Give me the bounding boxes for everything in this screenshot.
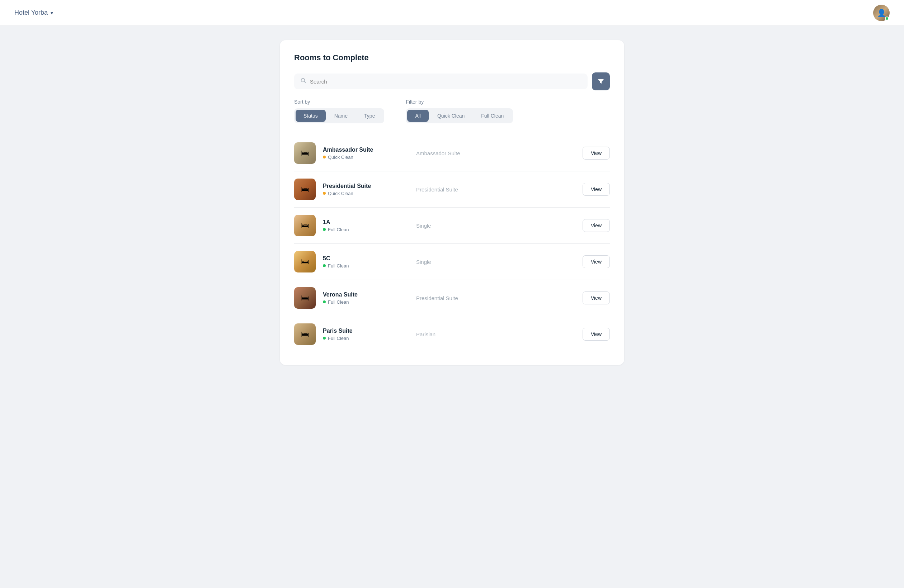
room-row: Presidential Suite Quick Clean President… <box>294 171 610 208</box>
room-info: Verona Suite Full Clean <box>323 292 402 305</box>
sort-type-pill[interactable]: Type <box>356 110 383 122</box>
room-type: Presidential Suite <box>409 186 575 192</box>
search-input[interactable] <box>310 79 581 85</box>
room-thumbnail <box>294 323 316 345</box>
room-thumbnail <box>294 287 316 309</box>
room-status: Full Clean <box>323 300 402 305</box>
room-info: 1A Full Clean <box>323 219 402 232</box>
status-dot <box>323 156 326 158</box>
room-name: Ambassador Suite <box>323 147 402 153</box>
status-text: Quick Clean <box>328 191 353 196</box>
room-row: Paris Suite Full Clean Parisian View <box>294 316 610 352</box>
view-button[interactable]: View <box>583 219 610 232</box>
room-status: Quick Clean <box>323 191 402 196</box>
filter-icon <box>597 78 604 85</box>
room-row: 5C Full Clean Single View <box>294 244 610 280</box>
room-status: Full Clean <box>323 336 402 341</box>
filter-quick-clean-pill[interactable]: Quick Clean <box>429 110 473 122</box>
status-text: Full Clean <box>328 263 349 268</box>
room-row: Ambassador Suite Quick Clean Ambassador … <box>294 135 610 171</box>
room-name: Verona Suite <box>323 292 402 298</box>
room-thumbnail <box>294 178 316 200</box>
sort-group: Sort by Status Name Type <box>294 99 384 123</box>
view-button[interactable]: View <box>583 292 610 304</box>
status-text: Full Clean <box>328 336 349 341</box>
room-status: Full Clean <box>323 227 402 232</box>
room-name: 1A <box>323 219 402 225</box>
room-info: Paris Suite Full Clean <box>323 328 402 341</box>
room-type: Ambassador Suite <box>409 150 575 156</box>
svg-line-1 <box>305 82 306 83</box>
controls-row: Sort by Status Name Type Filter by All Q… <box>294 99 610 123</box>
room-status: Full Clean <box>323 263 402 268</box>
room-type: Parisian <box>409 331 575 337</box>
search-bar[interactable] <box>294 74 588 89</box>
view-button[interactable]: View <box>583 183 610 196</box>
filter-full-clean-pill[interactable]: Full Clean <box>473 110 512 122</box>
room-name: 5C <box>323 255 402 262</box>
room-name: Paris Suite <box>323 328 402 334</box>
filter-button[interactable] <box>592 73 610 90</box>
view-button[interactable]: View <box>583 255 610 268</box>
online-status-dot <box>885 16 889 20</box>
search-icon <box>300 78 307 85</box>
hotel-selector[interactable]: Hotel Yorba ▾ <box>14 9 53 16</box>
status-dot <box>323 301 326 303</box>
room-thumbnail <box>294 215 316 236</box>
filter-group: Filter by All Quick Clean Full Clean <box>406 99 513 123</box>
sort-label: Sort by <box>294 99 384 105</box>
view-button[interactable]: View <box>583 147 610 159</box>
status-dot <box>323 192 326 195</box>
status-dot <box>323 264 326 267</box>
room-info: 5C Full Clean <box>323 255 402 268</box>
filter-label: Filter by <box>406 99 513 105</box>
user-avatar-wrap[interactable]: 👤 <box>873 5 890 21</box>
card-title: Rooms to Complete <box>294 53 610 62</box>
room-name: Presidential Suite <box>323 183 402 189</box>
room-status: Quick Clean <box>323 154 402 160</box>
sort-pills: Status Name Type <box>294 108 384 123</box>
sort-name-pill[interactable]: Name <box>326 110 356 122</box>
hotel-name: Hotel Yorba <box>14 9 48 16</box>
room-type: Single <box>409 223 575 229</box>
status-text: Quick Clean <box>328 154 353 160</box>
rooms-card: Rooms to Complete Sort by <box>280 40 624 365</box>
search-row <box>294 73 610 90</box>
room-thumbnail <box>294 142 316 164</box>
room-type: Presidential Suite <box>409 295 575 301</box>
status-dot <box>323 337 326 339</box>
status-text: Full Clean <box>328 227 349 232</box>
header: Hotel Yorba ▾ 👤 <box>0 0 904 26</box>
room-thumbnail <box>294 251 316 273</box>
status-text: Full Clean <box>328 300 349 305</box>
view-button[interactable]: View <box>583 328 610 341</box>
room-row: 1A Full Clean Single View <box>294 208 610 244</box>
room-list: Ambassador Suite Quick Clean Ambassador … <box>294 135 610 352</box>
sort-status-pill[interactable]: Status <box>296 110 326 122</box>
room-info: Ambassador Suite Quick Clean <box>323 147 402 160</box>
room-row: Verona Suite Full Clean Presidential Sui… <box>294 280 610 316</box>
room-info: Presidential Suite Quick Clean <box>323 183 402 196</box>
filter-all-pill[interactable]: All <box>407 110 429 122</box>
status-dot <box>323 228 326 231</box>
chevron-down-icon: ▾ <box>51 10 53 16</box>
main-content: Rooms to Complete Sort by <box>0 26 904 379</box>
room-type: Single <box>409 259 575 265</box>
filter-pills: All Quick Clean Full Clean <box>406 108 513 123</box>
